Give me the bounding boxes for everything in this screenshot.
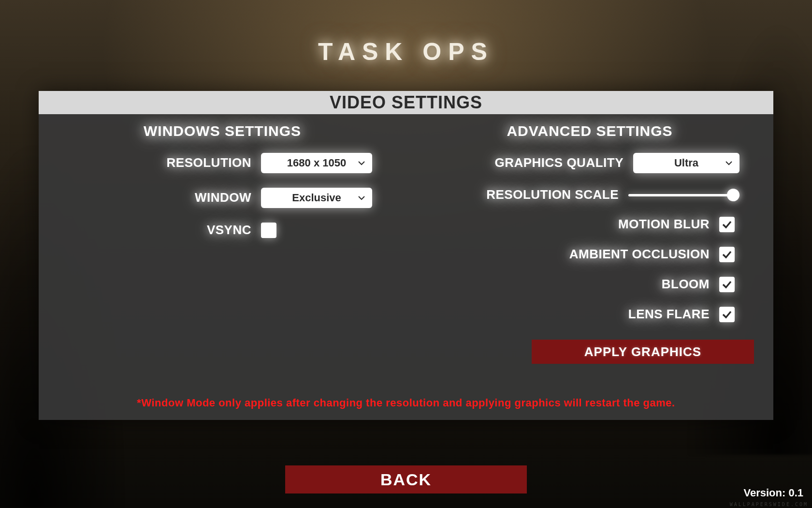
section-title-windows: WINDOWS SETTINGS — [144, 123, 301, 139]
lens-flare-checkbox[interactable] — [719, 307, 735, 322]
slider-thumb[interactable] — [727, 189, 740, 201]
lens-flare-row: LENS FLARE — [440, 307, 740, 322]
bloom-label: BLOOM — [440, 277, 710, 292]
chevron-down-icon — [725, 159, 733, 167]
vsync-checkbox[interactable] — [261, 223, 276, 238]
window-label: WINDOW — [72, 191, 251, 205]
motion-blur-checkbox[interactable] — [719, 217, 735, 232]
resolution-scale-row: RESOLUTION SCALE — [440, 188, 740, 202]
motion-blur-label: MOTION BLUR — [440, 217, 710, 232]
graphics-quality-dropdown[interactable]: Ultra — [633, 153, 740, 173]
motion-blur-row: MOTION BLUR — [440, 217, 740, 232]
graphics-quality-row: GRAPHICS QUALITY Ultra — [440, 153, 740, 173]
version-label: Version: 0.1 — [743, 487, 803, 499]
resolution-dropdown[interactable]: 812 x 508 — [261, 153, 372, 173]
windows-settings-column: WINDOWS SETTINGS RESOLUTION 812 x 508 … — [53, 123, 392, 364]
slider-track — [628, 194, 740, 196]
warning-text: *Window Mode only applies after changing… — [39, 397, 773, 409]
graphics-quality-value: Ultra — [674, 157, 698, 169]
check-icon — [721, 309, 733, 320]
watermark-text: WALLPAPERSWIDE.COM — [730, 502, 808, 507]
video-settings-panel: VIDEO SETTINGS WINDOWS SETTINGS RESOLUTI… — [39, 91, 773, 420]
graphics-quality-label: GRAPHICS QUALITY — [440, 156, 624, 170]
resolution-value: 812 x 508 — [287, 157, 346, 169]
section-title-advanced: ADVANCED SETTINGS — [507, 123, 672, 139]
apply-graphics-button[interactable]: APPLY GRAPHICS — [532, 340, 754, 364]
resolution-scale-label: RESOLUTION SCALE — [440, 188, 619, 202]
resolution-label: RESOLUTION — [72, 156, 251, 170]
window-row: WINDOW Exclusive — [72, 188, 372, 208]
ambient-occlusion-row: AMBIENT OCCLUSION — [440, 247, 740, 262]
ambient-occlusion-label: AMBIENT OCCLUSION — [555, 247, 710, 262]
game-title: TASK OPS — [318, 38, 494, 66]
resolution-row: RESOLUTION 812 x 508 — [72, 153, 372, 173]
bloom-checkbox[interactable] — [719, 277, 735, 292]
panel-title: VIDEO SETTINGS — [39, 91, 773, 114]
check-icon — [721, 249, 733, 260]
advanced-settings-column: ADVANCED SETTINGS GRAPHICS QUALITY Ultra… — [420, 123, 759, 364]
resolution-scale-slider[interactable] — [628, 188, 740, 202]
window-value: Exclusive — [292, 192, 341, 204]
chevron-down-icon — [358, 159, 365, 167]
check-icon — [721, 219, 733, 230]
lens-flare-label: LENS FLARE — [440, 307, 710, 322]
window-dropdown[interactable]: Exclusive — [261, 188, 372, 208]
back-button[interactable]: BACK — [285, 465, 527, 493]
vsync-row: VSYNC — [72, 223, 372, 238]
ambient-occlusion-checkbox[interactable] — [719, 247, 735, 262]
chevron-down-icon — [358, 194, 365, 202]
check-icon — [721, 279, 733, 290]
bloom-row: BLOOM — [440, 277, 740, 292]
vsync-label: VSYNC — [72, 223, 251, 238]
